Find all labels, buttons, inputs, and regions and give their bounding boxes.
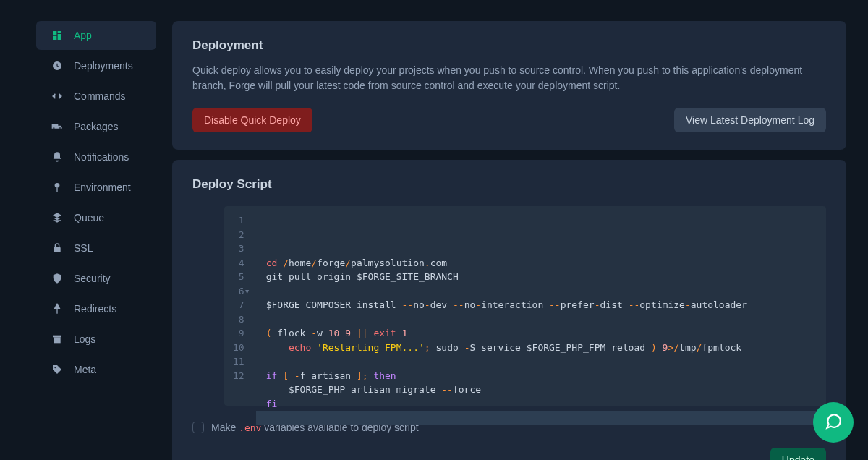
sidebar-label: App: [74, 30, 92, 41]
sidebar-item-environment[interactable]: Environment: [36, 173, 156, 202]
sidebar-item-meta[interactable]: Meta: [36, 355, 156, 384]
code-editor[interactable]: 123456▾789101112 cd /home/forge/palmysol…: [224, 206, 826, 406]
sidebar-item-security[interactable]: Security: [36, 264, 156, 293]
sidebar-label: SSL: [74, 242, 93, 254]
shield-icon: [51, 272, 64, 285]
svg-rect-3: [54, 247, 60, 252]
arrow-icon: [51, 302, 64, 315]
sidebar-label: Security: [74, 273, 111, 284]
deployment-title: Deployment: [192, 38, 826, 53]
svg-rect-5: [54, 337, 60, 343]
update-button[interactable]: Update: [770, 448, 826, 460]
env-checkbox[interactable]: [192, 422, 204, 433]
editor-code[interactable]: cd /home/forge/palmysolution.comgit pull…: [256, 206, 826, 406]
editor-gutter: 123456▾789101112: [224, 206, 256, 406]
deployment-description: Quick deploy allows you to easily deploy…: [192, 63, 826, 93]
sidebar-item-redirects[interactable]: Redirects: [36, 294, 156, 323]
sidebar-item-app[interactable]: App: [36, 21, 156, 50]
svg-point-1: [55, 183, 60, 188]
sidebar-item-deployments[interactable]: Deployments: [36, 51, 156, 80]
sidebar-item-logs[interactable]: Logs: [36, 325, 156, 354]
sidebar-label: Packages: [74, 121, 118, 132]
sidebar-label: Environment: [74, 182, 131, 193]
editor-cursor: [650, 134, 650, 409]
tag-icon: [51, 363, 64, 376]
sidebar-label: Meta: [74, 364, 96, 375]
svg-rect-4: [53, 336, 61, 338]
stack-icon: [51, 211, 64, 224]
view-log-button[interactable]: View Latest Deployment Log: [674, 108, 826, 132]
sidebar-label: Queue: [74, 212, 104, 223]
sidebar-item-commands[interactable]: Commands: [36, 82, 156, 111]
sidebar-label: Logs: [74, 333, 95, 345]
help-fab[interactable]: [813, 402, 854, 443]
script-footer: Update: [192, 448, 826, 460]
bell-icon: [51, 150, 64, 163]
sidebar-label: Notifications: [74, 151, 129, 163]
sidebar-label: Redirects: [74, 303, 116, 315]
clock-icon: [51, 59, 64, 72]
chat-icon: [824, 412, 843, 433]
sidebar-item-queue[interactable]: Queue: [36, 203, 156, 232]
svg-rect-2: [56, 188, 57, 192]
sidebar-item-packages[interactable]: Packages: [36, 112, 156, 141]
sidebar: App Deployments Commands Packages Notifi…: [0, 0, 166, 460]
main-content: Deployment Quick deploy allows you to ea…: [166, 0, 868, 460]
tree-icon: [51, 181, 64, 194]
disable-quick-deploy-button[interactable]: Disable Quick Deploy: [192, 108, 312, 132]
lock-icon: [51, 242, 64, 255]
deploy-script-title: Deploy Script: [192, 177, 826, 192]
truck-icon: [51, 120, 64, 133]
sidebar-label: Deployments: [74, 60, 133, 72]
app-icon: [51, 29, 64, 42]
code-icon: [51, 90, 64, 103]
archive-icon: [51, 333, 64, 346]
sidebar-label: Commands: [74, 90, 126, 102]
sidebar-item-notifications[interactable]: Notifications: [36, 142, 156, 171]
deploy-script-card: Deploy Script 123456▾789101112 cd /home/…: [172, 160, 846, 460]
deployment-actions: Disable Quick Deploy View Latest Deploym…: [192, 108, 826, 132]
deployment-card: Deployment Quick deploy allows you to ea…: [172, 21, 846, 150]
svg-point-6: [54, 367, 56, 368]
sidebar-item-ssl[interactable]: SSL: [36, 234, 156, 263]
